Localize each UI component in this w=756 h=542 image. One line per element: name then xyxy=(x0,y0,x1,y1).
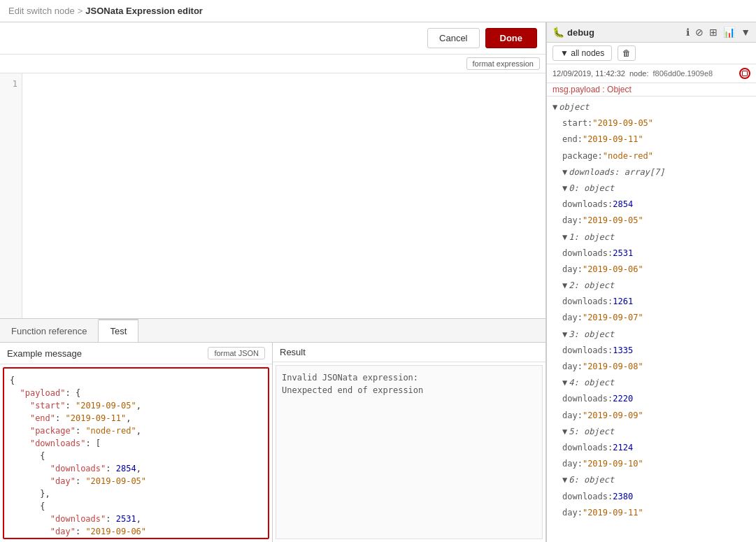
tree-package-key: package: xyxy=(562,150,603,163)
example-message-header: Example message format JSON xyxy=(0,343,272,364)
tree-item-1-header: ▼ 1: object xyxy=(547,229,756,245)
tree-item-4-header: ▼ 4: object xyxy=(547,375,756,391)
example-message-label: Example message xyxy=(7,348,82,359)
tree-item-1-day-val: "2019-09-06" xyxy=(583,263,643,276)
tree-item-6-header: ▼ 6: object xyxy=(547,472,756,488)
tree-item-3-dl-val: 1335 xyxy=(613,344,633,357)
tree-item-1-dl-key: downloads: xyxy=(562,247,613,260)
tree-item-2-label: 2: object xyxy=(569,279,614,292)
tree-item-5-dl-val: 2124 xyxy=(613,441,633,455)
debug-nodes-icon[interactable]: ⊞ xyxy=(709,27,718,38)
msg-payload-link[interactable]: msg.payload : Object xyxy=(547,83,756,97)
tree-toggle-2[interactable]: ▼ xyxy=(562,279,567,292)
tree-item-2-day-key: day: xyxy=(562,311,583,325)
tab-test[interactable]: Test xyxy=(99,319,138,342)
debug-filter-icon[interactable]: ⊘ xyxy=(695,27,704,38)
tree-item-5-day-val: "2019-09-10" xyxy=(583,457,643,471)
tree-item-3-header: ▼ 3: object xyxy=(547,327,756,343)
tree-item-6-dl-key: downloads: xyxy=(562,490,613,504)
tree-item-1-label: 1: object xyxy=(569,231,614,244)
tree-item-5-label: 5: object xyxy=(569,425,614,438)
tree-item-3-day: day: "2019-09-08" xyxy=(547,359,756,375)
editor-toolbar: Cancel Done xyxy=(0,22,545,55)
tree-item-4-dl-val: 2220 xyxy=(613,392,633,406)
tree-item-4-day-val: "2019-09-09" xyxy=(583,409,643,422)
tree-toggle-5[interactable]: ▼ xyxy=(562,425,567,438)
tree-start-val: "2019-09-05" xyxy=(592,117,653,130)
tree-item-3-dl-key: downloads: xyxy=(562,344,613,357)
debug-info-icon[interactable]: ℹ xyxy=(686,27,690,38)
copy-button[interactable] xyxy=(739,68,750,79)
debug-chart-icon[interactable]: 📊 xyxy=(723,27,735,38)
tree-item-1-downloads: downloads: 2531 xyxy=(547,245,756,262)
tree-item-6-dl-val: 2380 xyxy=(613,490,633,504)
tree-item-1-day-key: day: xyxy=(562,263,583,276)
tree-item-6-label: 6: object xyxy=(569,473,614,487)
tree-start: start: "2019-09-05" xyxy=(547,115,756,131)
debug-expand-icon[interactable]: ▼ xyxy=(741,27,750,38)
timestamp-value: 12/09/2019, 11:42:32 xyxy=(552,69,625,78)
tree-item-0-day-key: day: xyxy=(562,214,583,227)
tree-package-val: "node-red" xyxy=(603,150,653,163)
tree-toggle-1[interactable]: ▼ xyxy=(562,231,567,244)
tree-start-key: start: xyxy=(562,117,592,130)
tree-item-1-dl-val: 2531 xyxy=(613,247,633,260)
tree-item-5-header: ▼ 5: object xyxy=(547,424,756,440)
tree-toggle-0[interactable]: ▼ xyxy=(562,182,567,195)
tree-item-5-day-key: day: xyxy=(562,457,583,471)
tree-toggle-root[interactable]: ▼ xyxy=(552,101,557,114)
tree-item-3-downloads: downloads: 1335 xyxy=(547,343,756,359)
tree-item-0-label: 0: object xyxy=(569,182,614,195)
code-content[interactable] xyxy=(22,73,545,318)
breadcrumb-current: JSONata Expression editor xyxy=(85,6,203,16)
example-message-code[interactable]: { "payload": { "start": "2019-09-05", "e… xyxy=(3,367,269,539)
tree-item-0-downloads: downloads: 2854 xyxy=(547,197,756,213)
tree-item-2-dl-val: 1261 xyxy=(613,295,633,308)
tree-item-0-day: day: "2019-09-05" xyxy=(547,213,756,229)
tree-item-4-dl-key: downloads: xyxy=(562,392,613,406)
tree-item-0-day-val: "2019-09-05" xyxy=(583,214,643,227)
bottom-panel: Function reference Test Example message … xyxy=(0,318,545,542)
tree-toggle-4[interactable]: ▼ xyxy=(562,376,567,390)
tree-object-label: object xyxy=(559,101,589,114)
tree-toggle-3[interactable]: ▼ xyxy=(562,328,567,341)
clear-debug-button[interactable]: 🗑 xyxy=(618,45,636,61)
debug-header: 🐛 debug ℹ ⊘ ⊞ 📊 ▼ xyxy=(547,22,756,43)
tree-item-0-dl-val: 2854 xyxy=(613,198,633,211)
format-expression-button[interactable]: format expression xyxy=(466,57,540,70)
result-error-line2: Unexpected end of expression xyxy=(282,385,423,395)
debug-icon: 🐛 xyxy=(552,27,564,38)
format-json-button[interactable]: format JSON xyxy=(208,347,265,359)
example-message-panel: Example message format JSON { "payload":… xyxy=(0,343,273,542)
tree-item-2-day: day: "2019-09-07" xyxy=(547,310,756,326)
node-label: node: xyxy=(629,69,649,78)
tree-end-val: "2019-09-11" xyxy=(583,133,643,146)
tree-item-5-downloads: downloads: 2124 xyxy=(547,440,756,456)
tree-end: end: "2019-09-11" xyxy=(547,131,756,148)
tree-item-3-label: 3: object xyxy=(569,328,614,341)
breadcrumb: Edit switch node > JSONata Expression ed… xyxy=(0,0,756,22)
right-panel: 🐛 debug ℹ ⊘ ⊞ 📊 ▼ ▼ all nodes 🗑 12/09/20… xyxy=(546,22,756,542)
debug-header-icons: ℹ ⊘ ⊞ 📊 ▼ xyxy=(686,27,750,38)
done-button[interactable]: Done xyxy=(485,28,538,48)
all-nodes-button[interactable]: ▼ all nodes xyxy=(552,45,612,61)
tab-content: Example message format JSON { "payload":… xyxy=(0,343,545,542)
debug-timestamp: 12/09/2019, 11:42:32 node: f806dd0e.1909… xyxy=(547,64,756,83)
tree-downloads-root: ▼ downloads: array[7] xyxy=(547,164,756,180)
code-editor[interactable]: 1 xyxy=(0,73,545,318)
tree-item-1-day: day: "2019-09-06" xyxy=(547,262,756,278)
tab-function-reference[interactable]: Function reference xyxy=(0,319,99,342)
debug-tree-expand[interactable] xyxy=(738,67,750,80)
debug-title: 🐛 debug xyxy=(552,27,682,38)
breadcrumb-parent[interactable]: Edit switch node xyxy=(8,6,75,16)
tree-item-3-day-val: "2019-09-08" xyxy=(583,360,643,373)
tree-item-2-day-val: "2019-09-07" xyxy=(583,311,643,325)
tree-toggle-6[interactable]: ▼ xyxy=(562,473,567,487)
cancel-button[interactable]: Cancel xyxy=(427,28,479,48)
tree-item-5-day: day: "2019-09-10" xyxy=(547,456,756,472)
tree-toggle-downloads[interactable]: ▼ xyxy=(562,166,567,179)
tree-item-4-day-key: day: xyxy=(562,409,583,422)
tabs-bar: Function reference Test xyxy=(0,319,545,343)
tree-item-6-downloads: downloads: 2380 xyxy=(547,489,756,505)
tree-item-2-downloads: downloads: 1261 xyxy=(547,294,756,310)
